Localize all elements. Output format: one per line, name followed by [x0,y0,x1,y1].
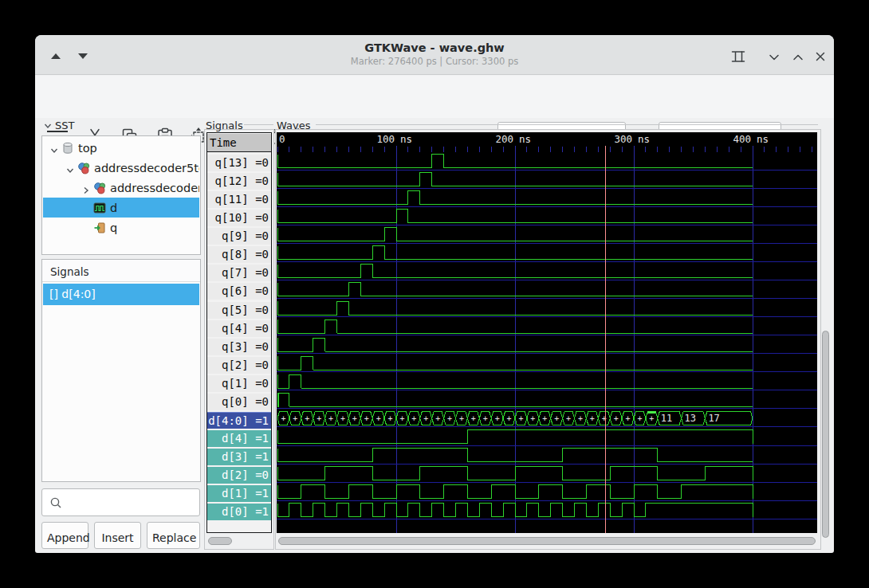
svg-text:+: + [542,414,547,423]
waveform-icon [93,202,107,214]
svg-text:300: 300 [614,133,632,145]
svg-text:+: + [495,414,500,423]
names-frame-line [244,124,273,125]
signals-list-header: Signals [42,260,200,282]
signal-row[interactable]: q[9] =0 [207,228,271,245]
shade-up-button[interactable] [51,53,61,59]
tree-item-label: addressdecoder5to32 [110,182,199,194]
signal-row[interactable]: q[3] =0 [207,339,271,355]
waves-frame-label: Waves [277,120,310,131]
signal-row[interactable]: d[1] =1 [207,485,271,502]
signal-row[interactable]: q[7] =0 [207,265,271,281]
toolbar: From: To: [35,76,834,118]
svg-text:+: + [507,414,512,423]
svg-text:ns: ns [638,133,650,145]
svg-text:+: + [614,414,619,423]
svg-text:+: + [305,414,309,423]
waves-hscrollbar[interactable] [278,537,816,545]
wave-canvas[interactable]: 0100ns200ns300ns400ns+++++++++++++++++++… [277,132,817,533]
svg-text:+: + [399,414,404,423]
signal-row[interactable]: d[3] =1 [207,449,271,465]
append-button[interactable]: Append [41,522,88,549]
expander-spacer [81,203,93,213]
svg-text:+: + [317,414,321,423]
signal-row[interactable]: q[5] =0 [207,302,271,319]
svg-text:+: + [459,414,464,423]
signal-row[interactable]: q[8] =0 [207,246,271,263]
signal-row[interactable]: q[13] =0 [207,155,271,171]
svg-text:+: + [483,414,488,423]
signal-row[interactable]: q[1] =0 [207,375,271,392]
svg-text:+: + [423,414,428,423]
expander-open-icon[interactable] [65,163,77,173]
svg-text:+: + [518,414,523,423]
signal-search-box[interactable] [41,488,200,516]
svg-text:ns: ns [400,133,412,145]
signal-row[interactable]: q[0] =0 [207,394,271,410]
svg-text:200: 200 [495,133,513,145]
tree-item-label: d [110,202,117,214]
signal-row[interactable]: d[4:0] =1 [207,412,271,429]
sst-label: SST [55,120,74,131]
svg-text:+: + [626,414,631,423]
tree-item-addressdecoder5to32[interactable]: addressdecoder5to32 [43,178,199,198]
signal-row[interactable]: q[2] =0 [207,357,271,374]
minimize-icon[interactable] [767,50,783,66]
waves-frame-line [316,124,818,125]
signal-names-column: Time q[13] =0q[12] =0q[11] =0q[10] =0q[9… [206,132,272,533]
tree-item-label: top [78,142,97,155]
svg-text:400: 400 [733,133,751,145]
tree-item-q[interactable]: q [43,218,199,237]
svg-text:+: + [328,414,333,423]
svg-text:+: + [649,414,654,423]
svg-text:+: + [388,414,393,423]
window-title: GTKWave - wave.ghw [35,35,834,54]
signal-row[interactable]: d[0] =1 [207,504,271,520]
names-hscrollbar[interactable] [208,537,232,545]
close-icon[interactable] [813,49,829,65]
screen: { "window": { "title": "GTKWave - wave.g… [0,0,869,588]
tree-item-label: addressdecoder5to32tes [94,162,199,174]
svg-text:+: + [435,414,440,423]
tree-item-top[interactable]: top [43,138,199,158]
svg-text:+: + [590,414,595,423]
signal-row[interactable]: q[6] =0 [207,283,271,300]
svg-text:ns: ns [757,133,769,145]
svg-text:11: 11 [661,413,672,424]
signal-row[interactable]: q[4] =0 [207,320,271,337]
replace-button[interactable]: Replace [147,522,200,549]
svg-text:+: + [364,414,369,423]
insert-button[interactable]: Insert [94,522,141,549]
waves-vscrollbar[interactable] [822,331,829,538]
archive-icon [61,142,75,155]
svg-text:ns: ns [519,133,531,145]
svg-text:+: + [376,414,381,423]
signal-row[interactable]: q[12] =0 [207,173,271,190]
restore-window-icon[interactable] [730,49,746,65]
svg-text:13: 13 [685,413,696,424]
svg-text:+: + [471,414,476,423]
expander-spacer [81,223,93,233]
expander-closed-icon[interactable] [81,183,93,193]
names-frame-label: Signals [206,120,243,131]
tree-item-addressdecoder5to32tes[interactable]: addressdecoder5to32tes [43,158,199,178]
time-column-header[interactable]: Time [207,134,271,152]
signal-row[interactable]: d[2] =0 [207,467,271,484]
signals-list-item[interactable]: [] d[4:0] [43,284,199,305]
signals-list-panel: Signals [] d[4:0] [41,259,201,482]
svg-text:+: + [554,414,559,423]
signal-row[interactable]: q[11] =0 [207,191,271,208]
svg-text:100: 100 [376,133,395,145]
search-input[interactable] [66,490,198,515]
svg-text:+: + [530,414,535,423]
sst-header[interactable]: SST [43,120,74,131]
signal-row[interactable]: q[10] =0 [207,210,271,226]
maximize-icon[interactable] [791,50,807,66]
titlebar[interactable]: GTKWave - wave.ghw Marker: 276400 ps | C… [35,35,834,75]
tree-item-d[interactable]: d [43,198,199,218]
expander-open-icon[interactable] [49,143,61,153]
signal-row[interactable]: d[4] =1 [207,430,271,447]
shade-down-button[interactable] [78,53,88,59]
svg-text:+: + [352,414,357,423]
component-icon [93,182,107,194]
